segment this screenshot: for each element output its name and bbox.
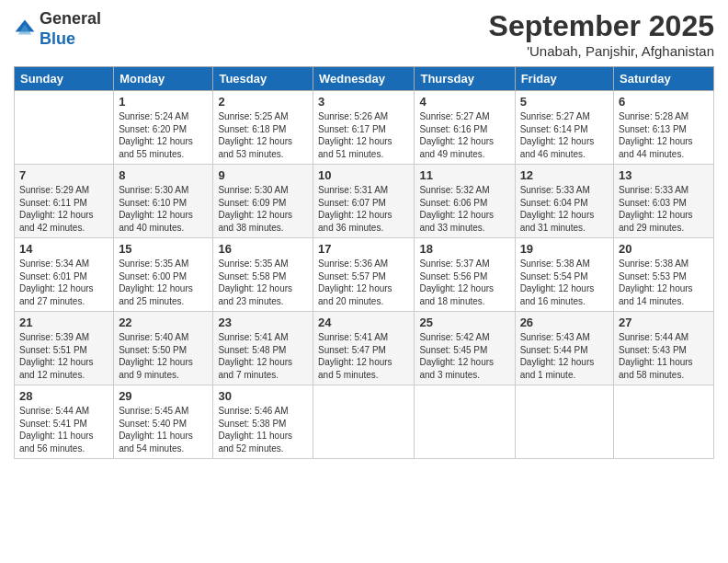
day-info: Sunrise: 5:44 AM Sunset: 5:41 PM Dayligh… [19, 405, 108, 454]
day-number: 27 [619, 316, 709, 329]
table-row: 29Sunrise: 5:45 AM Sunset: 5:40 PM Dayli… [114, 385, 213, 459]
day-info: Sunrise: 5:33 AM Sunset: 6:03 PM Dayligh… [619, 184, 709, 234]
day-info: Sunrise: 5:36 AM Sunset: 5:57 PM Dayligh… [318, 258, 409, 307]
day-number: 6 [619, 95, 709, 109]
day-number: 9 [218, 168, 308, 182]
day-info: Sunrise: 5:25 AM Sunset: 6:18 PM Dayligh… [218, 110, 308, 160]
table-row: 8Sunrise: 5:30 AM Sunset: 6:10 PM Daylig… [114, 165, 213, 238]
day-info: Sunrise: 5:30 AM Sunset: 6:10 PM Dayligh… [119, 184, 208, 234]
day-number: 1 [119, 95, 208, 109]
day-info: Sunrise: 5:27 AM Sunset: 6:14 PM Dayligh… [520, 110, 609, 160]
day-number: 21 [19, 316, 108, 329]
day-info: Sunrise: 5:41 AM Sunset: 5:48 PM Dayligh… [218, 331, 308, 381]
location: 'Unabah, Panjshir, Afghanistan [489, 43, 714, 59]
calendar-week-row: 1Sunrise: 5:24 AM Sunset: 6:20 PM Daylig… [15, 91, 714, 165]
logo: General Blue [14, 9, 101, 49]
day-info: Sunrise: 5:35 AM Sunset: 5:58 PM Dayligh… [218, 258, 308, 307]
calendar-header-row: Sunday Monday Tuesday Wednesday Thursday… [15, 67, 714, 91]
calendar-week-row: 21Sunrise: 5:39 AM Sunset: 5:51 PM Dayli… [15, 312, 714, 385]
day-number: 8 [119, 168, 208, 182]
col-tuesday: Tuesday [213, 67, 313, 91]
col-friday: Friday [515, 67, 613, 91]
table-row: 20Sunrise: 5:38 AM Sunset: 5:53 PM Dayli… [614, 238, 714, 312]
day-number: 28 [19, 389, 108, 403]
day-number: 16 [218, 242, 308, 256]
table-row: 11Sunrise: 5:32 AM Sunset: 6:06 PM Dayli… [415, 165, 515, 238]
day-info: Sunrise: 5:38 AM Sunset: 5:54 PM Dayligh… [520, 258, 609, 307]
day-number: 4 [419, 95, 509, 109]
title-block: September 2025 'Unabah, Panjshir, Afghan… [489, 9, 714, 59]
day-info: Sunrise: 5:24 AM Sunset: 6:20 PM Dayligh… [119, 110, 208, 160]
day-number: 17 [318, 242, 409, 256]
day-info: Sunrise: 5:46 AM Sunset: 5:38 PM Dayligh… [218, 405, 308, 454]
table-row: 27Sunrise: 5:44 AM Sunset: 5:43 PM Dayli… [614, 312, 714, 385]
day-number: 18 [419, 242, 509, 256]
day-info: Sunrise: 5:28 AM Sunset: 6:13 PM Dayligh… [619, 110, 709, 160]
table-row [313, 385, 415, 459]
day-info: Sunrise: 5:33 AM Sunset: 6:04 PM Dayligh… [520, 184, 609, 234]
day-info: Sunrise: 5:26 AM Sunset: 6:17 PM Dayligh… [318, 110, 409, 160]
table-row: 28Sunrise: 5:44 AM Sunset: 5:41 PM Dayli… [15, 385, 114, 459]
table-row: 17Sunrise: 5:36 AM Sunset: 5:57 PM Dayli… [313, 238, 415, 312]
table-row: 23Sunrise: 5:41 AM Sunset: 5:48 PM Dayli… [213, 312, 313, 385]
day-number: 15 [119, 242, 208, 256]
table-row: 16Sunrise: 5:35 AM Sunset: 5:58 PM Dayli… [213, 238, 313, 312]
day-info: Sunrise: 5:45 AM Sunset: 5:40 PM Dayligh… [119, 405, 208, 454]
table-row: 10Sunrise: 5:31 AM Sunset: 6:07 PM Dayli… [313, 165, 415, 238]
day-info: Sunrise: 5:37 AM Sunset: 5:56 PM Dayligh… [419, 258, 509, 307]
table-row: 24Sunrise: 5:41 AM Sunset: 5:47 PM Dayli… [313, 312, 415, 385]
table-row: 12Sunrise: 5:33 AM Sunset: 6:04 PM Dayli… [515, 165, 613, 238]
month-title: September 2025 [489, 9, 714, 43]
day-info: Sunrise: 5:40 AM Sunset: 5:50 PM Dayligh… [119, 331, 208, 381]
table-row: 7Sunrise: 5:29 AM Sunset: 6:11 PM Daylig… [15, 165, 114, 238]
logo-general: General [40, 9, 101, 28]
col-thursday: Thursday [415, 67, 515, 91]
col-saturday: Saturday [614, 67, 714, 91]
table-row [15, 91, 114, 165]
header: General Blue September 2025 'Unabah, Pan… [14, 9, 714, 59]
calendar-table: Sunday Monday Tuesday Wednesday Thursday… [14, 66, 714, 459]
day-number: 10 [318, 168, 409, 182]
table-row: 3Sunrise: 5:26 AM Sunset: 6:17 PM Daylig… [313, 91, 415, 165]
day-number: 14 [19, 242, 108, 256]
table-row: 2Sunrise: 5:25 AM Sunset: 6:18 PM Daylig… [213, 91, 313, 165]
table-row: 26Sunrise: 5:43 AM Sunset: 5:44 PM Dayli… [515, 312, 613, 385]
day-number: 22 [119, 316, 208, 329]
day-number: 20 [619, 242, 709, 256]
table-row: 1Sunrise: 5:24 AM Sunset: 6:20 PM Daylig… [114, 91, 213, 165]
logo-icon [14, 18, 36, 40]
day-number: 25 [419, 316, 509, 329]
table-row: 14Sunrise: 5:34 AM Sunset: 6:01 PM Dayli… [15, 238, 114, 312]
table-row: 25Sunrise: 5:42 AM Sunset: 5:45 PM Dayli… [415, 312, 515, 385]
col-wednesday: Wednesday [313, 67, 415, 91]
day-number: 11 [419, 168, 509, 182]
page: General Blue September 2025 'Unabah, Pan… [0, 0, 728, 563]
day-info: Sunrise: 5:34 AM Sunset: 6:01 PM Dayligh… [19, 258, 108, 307]
day-info: Sunrise: 5:44 AM Sunset: 5:43 PM Dayligh… [619, 331, 709, 381]
day-number: 29 [119, 389, 208, 403]
day-number: 5 [520, 95, 609, 109]
day-info: Sunrise: 5:43 AM Sunset: 5:44 PM Dayligh… [520, 331, 609, 381]
day-info: Sunrise: 5:29 AM Sunset: 6:11 PM Dayligh… [19, 184, 108, 234]
day-info: Sunrise: 5:31 AM Sunset: 6:07 PM Dayligh… [318, 184, 409, 234]
calendar-week-row: 14Sunrise: 5:34 AM Sunset: 6:01 PM Dayli… [15, 238, 714, 312]
table-row: 9Sunrise: 5:30 AM Sunset: 6:09 PM Daylig… [213, 165, 313, 238]
table-row: 22Sunrise: 5:40 AM Sunset: 5:50 PM Dayli… [114, 312, 213, 385]
col-monday: Monday [114, 67, 213, 91]
day-info: Sunrise: 5:38 AM Sunset: 5:53 PM Dayligh… [619, 258, 709, 307]
day-number: 24 [318, 316, 409, 329]
day-info: Sunrise: 5:35 AM Sunset: 6:00 PM Dayligh… [119, 258, 208, 307]
day-number: 30 [218, 389, 308, 403]
calendar-week-row: 7Sunrise: 5:29 AM Sunset: 6:11 PM Daylig… [15, 165, 714, 238]
day-info: Sunrise: 5:27 AM Sunset: 6:16 PM Dayligh… [419, 110, 509, 160]
table-row: 4Sunrise: 5:27 AM Sunset: 6:16 PM Daylig… [415, 91, 515, 165]
table-row: 30Sunrise: 5:46 AM Sunset: 5:38 PM Dayli… [213, 385, 313, 459]
day-info: Sunrise: 5:41 AM Sunset: 5:47 PM Dayligh… [318, 331, 409, 381]
col-sunday: Sunday [15, 67, 114, 91]
table-row: 15Sunrise: 5:35 AM Sunset: 6:00 PM Dayli… [114, 238, 213, 312]
logo-text: General Blue [40, 9, 101, 49]
day-number: 13 [619, 168, 709, 182]
table-row: 6Sunrise: 5:28 AM Sunset: 6:13 PM Daylig… [614, 91, 714, 165]
calendar-week-row: 28Sunrise: 5:44 AM Sunset: 5:41 PM Dayli… [15, 385, 714, 459]
logo-blue: Blue [40, 29, 75, 48]
